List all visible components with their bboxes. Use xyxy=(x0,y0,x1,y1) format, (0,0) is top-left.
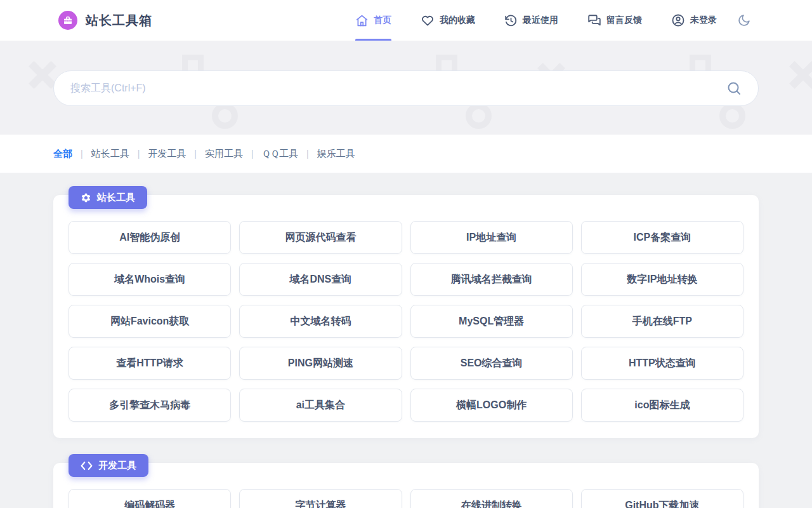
tool-button[interactable]: MySQL管理器 xyxy=(410,305,573,338)
active-indicator xyxy=(355,39,391,41)
category-filter-bar: 全部|站长工具|开发工具|实用工具|ＱＱ工具|娱乐工具 xyxy=(0,135,812,173)
search-bar xyxy=(53,70,759,106)
nav-item-home[interactable]: 首页 xyxy=(355,0,391,41)
brand-logo[interactable]: 站长工具箱 xyxy=(58,11,152,30)
category-item[interactable]: 站长工具 xyxy=(91,148,129,160)
history-icon xyxy=(504,14,518,27)
category-separator: | xyxy=(81,149,83,159)
main-content: 站长工具AI智能伪原创网页源代码查看IP地址查询ICP备案查询域名Whois查询… xyxy=(0,195,812,508)
hero-banner xyxy=(0,41,812,135)
tool-button[interactable]: 查看HTTP请求 xyxy=(69,347,231,380)
tool-button[interactable]: SEO综合查询 xyxy=(410,347,573,380)
tool-button[interactable]: 在线进制转换 xyxy=(410,489,573,508)
tool-button[interactable]: 中文域名转码 xyxy=(239,305,402,338)
section-card: 编码解码器字节计算器在线进制转换GitHub下载加速 xyxy=(53,463,759,508)
header: 站长工具箱 首页我的收藏最近使用留言反馈未登录 xyxy=(0,0,812,41)
home-icon xyxy=(355,14,369,27)
tool-grid: AI智能伪原创网页源代码查看IP地址查询ICP备案查询域名Whois查询域名DN… xyxy=(69,221,743,422)
tool-button[interactable]: ai工具集合 xyxy=(239,389,402,422)
tool-section: 站长工具AI智能伪原创网页源代码查看IP地址查询ICP备案查询域名Whois查询… xyxy=(53,195,759,438)
tool-button[interactable]: 横幅LOGO制作 xyxy=(410,389,573,422)
theme-toggle-button[interactable] xyxy=(737,13,751,27)
tool-button[interactable]: 字节计算器 xyxy=(239,489,402,508)
category-item[interactable]: ＱＱ工具 xyxy=(262,148,298,160)
tool-button[interactable]: 编码解码器 xyxy=(69,489,231,508)
pattern-circle-icon xyxy=(212,103,238,129)
tool-grid: 编码解码器字节计算器在线进制转换GitHub下载加速 xyxy=(69,489,743,508)
tool-button[interactable]: 多引擎查木马病毒 xyxy=(69,389,231,422)
section-title: 开发工具 xyxy=(98,460,136,472)
tool-button[interactable]: PING网站测速 xyxy=(239,347,402,380)
pattern-x-icon xyxy=(28,60,57,90)
search-icon xyxy=(726,81,742,96)
tool-button[interactable]: IP地址查询 xyxy=(410,221,573,254)
nav-item-login[interactable]: 未登录 xyxy=(671,0,717,41)
category-item[interactable]: 娱乐工具 xyxy=(317,148,355,160)
tool-button[interactable]: 手机在线FTP xyxy=(581,305,743,338)
section-badge: 站长工具 xyxy=(69,186,147,209)
category-item[interactable]: 全部 xyxy=(53,148,72,160)
user-icon xyxy=(671,13,685,27)
category-item[interactable]: 开发工具 xyxy=(148,148,186,160)
code-icon xyxy=(81,461,93,471)
nav-item-label: 未登录 xyxy=(690,15,717,26)
tool-button[interactable]: 数字IP地址转换 xyxy=(581,263,743,296)
nav-item-label: 留言反馈 xyxy=(606,15,642,26)
category-separator: | xyxy=(194,149,197,159)
tool-button[interactable]: 腾讯域名拦截查询 xyxy=(410,263,573,296)
category-separator: | xyxy=(138,149,140,159)
search-button[interactable] xyxy=(726,81,742,96)
section-title: 站长工具 xyxy=(97,192,135,204)
gear-icon xyxy=(81,192,91,203)
tool-button[interactable]: 域名Whois查询 xyxy=(69,263,231,296)
tool-button[interactable]: 域名DNS查询 xyxy=(239,263,402,296)
site-title: 站长工具箱 xyxy=(86,12,152,29)
tool-button[interactable]: 网站Favicon获取 xyxy=(69,305,231,338)
tool-button[interactable]: ICP备案查询 xyxy=(581,221,743,254)
moon-icon xyxy=(737,13,751,27)
pattern-circle-icon xyxy=(466,103,492,129)
tool-button[interactable]: AI智能伪原创 xyxy=(69,221,231,254)
tool-button[interactable]: GitHub下载加速 xyxy=(581,489,743,508)
tool-section: 开发工具编码解码器字节计算器在线进制转换GitHub下载加速 xyxy=(53,463,759,508)
nav-item-recent[interactable]: 最近使用 xyxy=(504,0,558,41)
category-separator: | xyxy=(251,149,254,159)
nav-item-favorites[interactable]: 我的收藏 xyxy=(421,0,475,41)
main-nav: 首页我的收藏最近使用留言反馈未登录 xyxy=(355,0,717,41)
toolbox-icon xyxy=(58,11,77,30)
nav-item-label: 首页 xyxy=(374,15,391,26)
nav-item-feedback[interactable]: 留言反馈 xyxy=(587,0,642,41)
feedback-icon xyxy=(587,13,601,27)
pattern-circle-icon xyxy=(719,103,745,129)
section-card: AI智能伪原创网页源代码查看IP地址查询ICP备案查询域名Whois查询域名DN… xyxy=(53,195,759,438)
tool-button[interactable]: HTTP状态查询 xyxy=(581,347,743,380)
section-badge: 开发工具 xyxy=(69,454,148,477)
nav-item-label: 我的收藏 xyxy=(440,15,475,26)
pattern-x-icon xyxy=(789,60,812,90)
category-separator: | xyxy=(306,149,309,159)
nav-item-label: 最近使用 xyxy=(523,15,558,26)
search-input[interactable] xyxy=(70,83,726,94)
tool-button[interactable]: 网页源代码查看 xyxy=(239,221,402,254)
category-item[interactable]: 实用工具 xyxy=(205,148,243,160)
heart-icon xyxy=(421,13,435,27)
tool-button[interactable]: ico图标生成 xyxy=(581,389,743,422)
